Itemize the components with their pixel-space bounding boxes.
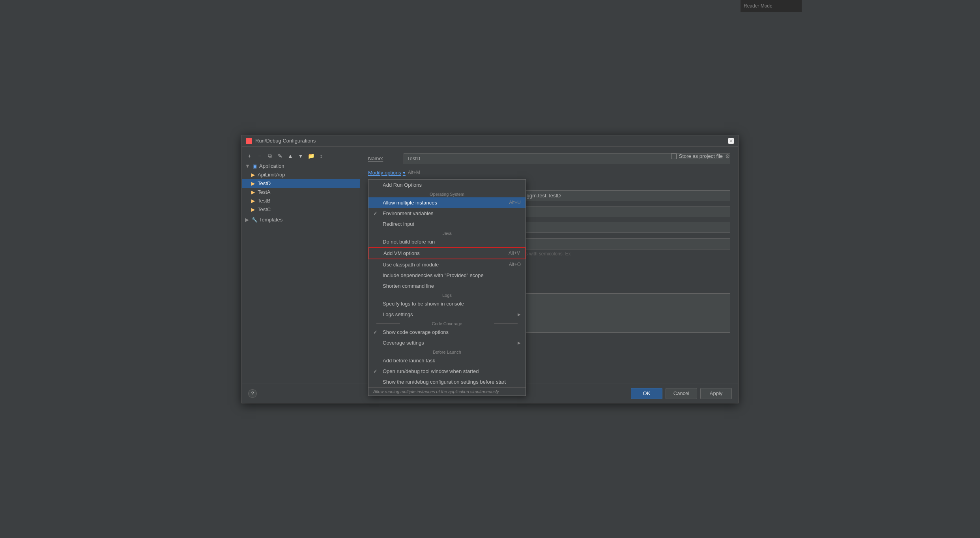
edit-config-button[interactable]: ✎ [276,152,284,160]
expand-arrow-application: ▼ [245,163,250,169]
separator-logs: Logs [368,291,526,298]
tree-label-testc: TestC [258,206,271,212]
store-as-project-label: Store as project file [679,153,723,159]
apply-button[interactable]: Apply [700,388,732,399]
name-label: Name: [368,156,400,161]
shortcut-classpath: Alt+O [509,262,521,267]
tree-label-testd: TestD [258,180,271,186]
menu-item-add-run-options[interactable]: Add Run Options [368,180,526,190]
menu-item-add-vm-options[interactable]: Add VM options Alt+V [368,247,526,259]
menu-label-show-settings: Show the run/debug configuration setting… [383,379,506,385]
tree-item-testb[interactable]: ▶ TestB [242,197,360,205]
menu-label-add-run-options: Add Run Options [383,182,422,188]
tree-item-testd[interactable]: ▶ TestD [242,179,360,188]
config-icon-testd: ▶ [250,180,256,187]
move-down-button[interactable]: ▼ [296,152,305,160]
menu-item-logs-settings[interactable]: Logs settings ▶ [368,309,526,320]
menu-item-left-show-coverage: ✓ Show code coverage options [373,329,449,335]
menu-label-allow-multiple: Allow multiple instances [383,200,437,206]
tree-label-templates: Templates [259,217,282,223]
menu-item-left-add-run: Add Run Options [373,182,422,188]
move-up-button[interactable]: ▲ [286,152,295,160]
menu-item-left-allow-multiple: Allow multiple instances [373,200,437,206]
config-icon-testb: ▶ [250,198,256,204]
application-group-icon: ▣ [251,163,258,169]
dialog-body: + − ⧉ ✎ ▲ ▼ 📁 ↕ ▼ ▣ Application ▶ [242,147,738,384]
menu-item-coverage-settings[interactable]: Coverage settings ▶ [368,337,526,348]
menu-item-redirect-input[interactable]: Redirect input [368,219,526,229]
help-button[interactable]: ? [248,389,257,398]
arrow-coverage-settings: ▶ [518,341,521,345]
tree-item-testc[interactable]: ▶ TestC [242,205,360,214]
separator-coverage: Code Coverage [368,320,526,327]
menu-item-left-shorten: Shorten command line [373,283,434,289]
checkmark-tool-window: ✓ [373,368,380,374]
menu-label-include-deps: Include dependencies with "Provided" sco… [383,272,484,278]
tree-label-testa: TestA [258,189,271,195]
tree-label-testb: TestB [258,198,271,204]
remove-config-button[interactable]: − [255,152,264,160]
menu-label-show-coverage: Show code coverage options [383,329,449,335]
reader-mode-label: Reader Mode [744,3,772,9]
menu-item-specify-logs[interactable]: Specify logs to be shown in console [368,298,526,309]
menu-label-classpath: Use classpath of module [383,262,439,268]
menu-item-no-build[interactable]: Do not build before run [368,236,526,247]
separator-before-launch: Before Launch [368,348,526,355]
tree-item-templates[interactable]: ▶ 🔧 Templates [242,216,360,224]
menu-item-left-tool-window: ✓ Open run/debug tool window when starte… [373,368,479,374]
modify-options-label: Modify options [368,170,401,176]
run-debug-dialog: Run/Debug Configurations × + − ⧉ ✎ ▲ ▼ 📁… [241,135,739,403]
menu-item-left-coverage-settings: Coverage settings [373,340,424,346]
folder-button[interactable]: 📁 [307,152,315,160]
menu-item-show-settings[interactable]: Show the run/debug configuration setting… [368,377,526,387]
tree-label-apilimitaop: ApiLimitAop [258,172,285,178]
titlebar-left: Run/Debug Configurations [246,138,316,144]
menu-item-include-deps[interactable]: Include dependencies with "Provided" sco… [368,270,526,281]
menu-label-specify-logs: Specify logs to be shown in console [383,301,464,307]
checkmark-show-coverage: ✓ [373,329,380,335]
menu-label-redirect-input: Redirect input [383,221,414,227]
menu-item-open-tool-window[interactable]: ✓ Open run/debug tool window when starte… [368,366,526,377]
tree-item-testa[interactable]: ▶ TestA [242,188,360,197]
menu-item-shorten-cmd[interactable]: Shorten command line [368,281,526,291]
menu-item-env-vars[interactable]: ✓ Environment variables [368,208,526,219]
application-group-label: Application [259,163,284,169]
menu-label-no-build: Do not build before run [383,239,435,245]
add-config-button[interactable]: + [245,152,254,160]
app-icon [246,138,252,144]
copy-config-button[interactable]: ⧉ [266,152,274,160]
menu-item-left-env: ✓ Environment variables [373,210,434,216]
menu-label-open-tool-window: Open run/debug tool window when started [383,368,479,374]
config-icon-testc: ▶ [250,206,256,213]
tree-item-apilimitaop[interactable]: ▶ ApiLimitAop [242,171,360,179]
tree-toolbar: + − ⧉ ✎ ▲ ▼ 📁 ↕ [242,150,360,162]
ok-button[interactable]: OK [631,388,662,399]
menu-item-left-no-build: Do not build before run [373,239,435,245]
menu-item-left-logs-settings: Logs settings [373,311,413,317]
sort-button[interactable]: ↕ [317,152,325,160]
menu-item-classpath[interactable]: Use classpath of module Alt+O [368,259,526,270]
modify-options-button[interactable]: Modify options ▾ [368,170,406,176]
close-button[interactable]: × [728,138,734,144]
shortcut-allow-multiple: Alt+U [509,200,521,205]
menu-label-logs-settings: Logs settings [383,311,413,317]
menu-item-left-logs: Specify logs to be shown in console [373,301,464,307]
gear-icon[interactable]: ⚙ [725,153,730,159]
menu-item-allow-multiple[interactable]: Allow multiple instances Alt+U [368,197,526,208]
menu-item-left-vm: Add VM options [374,250,420,256]
menu-item-add-before-launch[interactable]: Add before launch task [368,355,526,366]
config-icon-apilimitaop: ▶ [250,172,256,178]
store-as-project-checkbox[interactable] [671,154,677,159]
menu-item-left-deps: Include dependencies with "Provided" sco… [373,272,484,278]
main-class-input[interactable] [505,190,730,201]
top-right-area: Store as project file ⚙ [671,153,730,159]
menu-label-add-before-launch: Add before launch task [383,358,435,364]
menu-item-left-before-launch: Add before launch task [373,358,435,364]
modify-options-dropdown: Add Run Options Operating System Allow m… [368,179,526,396]
menu-item-show-coverage[interactable]: ✓ Show code coverage options [368,327,526,337]
cancel-button[interactable]: Cancel [666,388,697,399]
menu-label-env-vars: Environment variables [383,210,434,216]
left-panel: + − ⧉ ✎ ▲ ▼ 📁 ↕ ▼ ▣ Application ▶ [242,147,360,384]
right-panel: Store as project file ⚙ Name: Modify opt… [360,147,738,384]
tree-group-application[interactable]: ▼ ▣ Application [242,162,360,171]
